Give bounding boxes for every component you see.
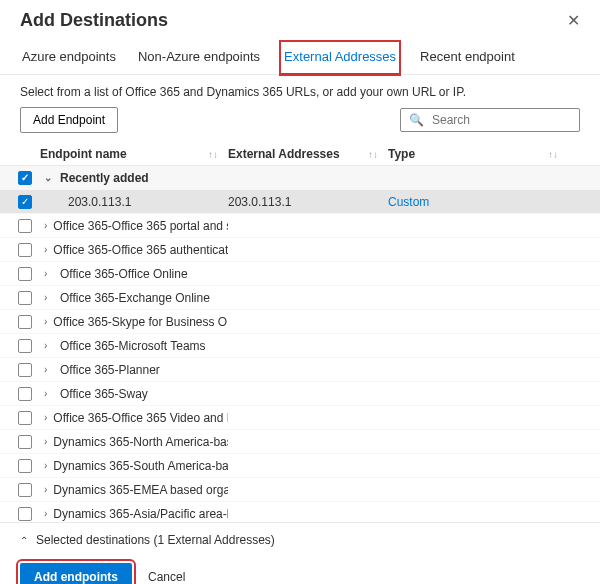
tab-non-azure-endpoints[interactable]: Non-Azure endpoints: [136, 41, 262, 74]
checkbox[interactable]: [18, 483, 32, 497]
sort-icon[interactable]: ↑↓: [208, 149, 218, 160]
checkbox[interactable]: [18, 387, 32, 401]
checkbox[interactable]: ✓: [18, 195, 32, 209]
checkbox[interactable]: ✓: [18, 171, 32, 185]
checkbox[interactable]: [18, 339, 32, 353]
endpoint-name: Office 365-Office Online: [60, 267, 188, 281]
endpoint-name: Office 365-Skype for Business Online: [53, 315, 228, 329]
add-endpoints-button[interactable]: Add endpoints: [20, 563, 132, 584]
endpoint-name: Dynamics 365-Asia/Pacific area-base...: [53, 507, 228, 521]
chevron-right-icon[interactable]: ›: [44, 340, 54, 351]
endpoint-name: 203.0.113.1: [68, 195, 131, 209]
checkbox[interactable]: [18, 219, 32, 233]
chevron-right-icon[interactable]: ›: [44, 316, 47, 327]
checkbox[interactable]: [18, 243, 32, 257]
checkbox[interactable]: [18, 507, 32, 521]
chevron-right-icon[interactable]: ›: [44, 436, 47, 447]
chevron-right-icon[interactable]: ›: [44, 484, 47, 495]
chevron-down-icon[interactable]: ⌄: [44, 172, 54, 183]
tab-recent-endpoint[interactable]: Recent endpoint: [418, 41, 517, 74]
search-icon: 🔍: [409, 113, 424, 127]
checkbox[interactable]: [18, 315, 32, 329]
table-row[interactable]: ›Office 365-Office 365 portal and shar..…: [0, 214, 600, 238]
chevron-right-icon[interactable]: ›: [44, 412, 47, 423]
chevron-right-icon[interactable]: ›: [44, 244, 47, 255]
endpoint-type[interactable]: Custom: [388, 195, 429, 209]
table-row[interactable]: ›Office 365-Office Online: [0, 262, 600, 286]
table-row[interactable]: ›Dynamics 365-Asia/Pacific area-base...: [0, 502, 600, 522]
table-row[interactable]: ›Office 365-Planner: [0, 358, 600, 382]
table-row[interactable]: ›Office 365-Sway: [0, 382, 600, 406]
tab-bar: Azure endpoints Non-Azure endpoints Exte…: [0, 37, 600, 75]
group-label: Recently added: [60, 171, 149, 185]
tab-description: Select from a list of Office 365 and Dyn…: [0, 75, 600, 107]
endpoint-name: Office 365-Sway: [60, 387, 148, 401]
table-row[interactable]: ›Office 365-Office 365 authentication ..…: [0, 238, 600, 262]
endpoint-name: Office 365-Microsoft Teams: [60, 339, 206, 353]
table-row[interactable]: ›Office 365-Office 365 Video and Micr...: [0, 406, 600, 430]
endpoint-name: Office 365-Office 365 portal and shar...: [53, 219, 228, 233]
checkbox[interactable]: [18, 363, 32, 377]
chevron-up-icon: ⌃: [20, 535, 28, 546]
checkbox[interactable]: [18, 459, 32, 473]
col-type[interactable]: Type: [388, 147, 415, 161]
group-row-recently-added[interactable]: ✓ ⌄Recently added: [0, 166, 600, 190]
endpoint-name: Office 365-Office 365 Video and Micr...: [53, 411, 228, 425]
chevron-right-icon[interactable]: ›: [44, 220, 47, 231]
tab-azure-endpoints[interactable]: Azure endpoints: [20, 41, 118, 74]
chevron-right-icon[interactable]: ›: [44, 268, 54, 279]
checkbox[interactable]: [18, 435, 32, 449]
endpoint-name: Dynamics 365-EMEA based organizat...: [53, 483, 228, 497]
table-row[interactable]: ›Dynamics 365-EMEA based organizat...: [0, 478, 600, 502]
search-input[interactable]: [430, 112, 571, 128]
table-body[interactable]: ✓ ⌄Recently added ✓ 203.0.113.1 203.0.11…: [0, 166, 600, 522]
chevron-right-icon[interactable]: ›: [44, 508, 47, 519]
col-endpoint-name[interactable]: Endpoint name: [40, 147, 127, 161]
endpoint-name: Office 365-Office 365 authentication ...: [53, 243, 228, 257]
endpoint-address: 203.0.113.1: [228, 195, 291, 209]
close-icon[interactable]: ✕: [567, 11, 580, 30]
tab-external-addresses[interactable]: External Addresses: [280, 41, 400, 75]
checkbox[interactable]: [18, 291, 32, 305]
table-row-selected[interactable]: ✓ 203.0.113.1 203.0.113.1 Custom: [0, 190, 600, 214]
table-row[interactable]: ›Office 365-Exchange Online: [0, 286, 600, 310]
table-row[interactable]: ›Office 365-Skype for Business Online: [0, 310, 600, 334]
endpoint-name: Office 365-Planner: [60, 363, 160, 377]
checkbox[interactable]: [18, 411, 32, 425]
add-endpoint-button[interactable]: Add Endpoint: [20, 107, 118, 133]
dialog-title: Add Destinations: [20, 10, 168, 31]
search-field[interactable]: 🔍: [400, 108, 580, 132]
table-row[interactable]: ›Office 365-Microsoft Teams: [0, 334, 600, 358]
chevron-right-icon[interactable]: ›: [44, 388, 54, 399]
chevron-right-icon[interactable]: ›: [44, 364, 54, 375]
selected-summary-text: Selected destinations (1 External Addres…: [36, 533, 275, 547]
sort-icon[interactable]: ↑↓: [548, 149, 558, 160]
chevron-right-icon[interactable]: ›: [44, 460, 47, 471]
endpoint-name: Dynamics 365-North America-based ...: [53, 435, 228, 449]
table-row[interactable]: ›Dynamics 365-South America-based ...: [0, 454, 600, 478]
col-external-addresses[interactable]: External Addresses: [228, 147, 340, 161]
cancel-button[interactable]: Cancel: [142, 569, 191, 584]
sort-icon[interactable]: ↑↓: [368, 149, 378, 160]
chevron-right-icon[interactable]: ›: [44, 292, 54, 303]
selected-summary-bar[interactable]: ⌃ Selected destinations (1 External Addr…: [0, 522, 600, 555]
checkbox[interactable]: [18, 267, 32, 281]
endpoint-name: Dynamics 365-South America-based ...: [53, 459, 228, 473]
endpoint-name: Office 365-Exchange Online: [60, 291, 210, 305]
table-row[interactable]: ›Dynamics 365-North America-based ...: [0, 430, 600, 454]
